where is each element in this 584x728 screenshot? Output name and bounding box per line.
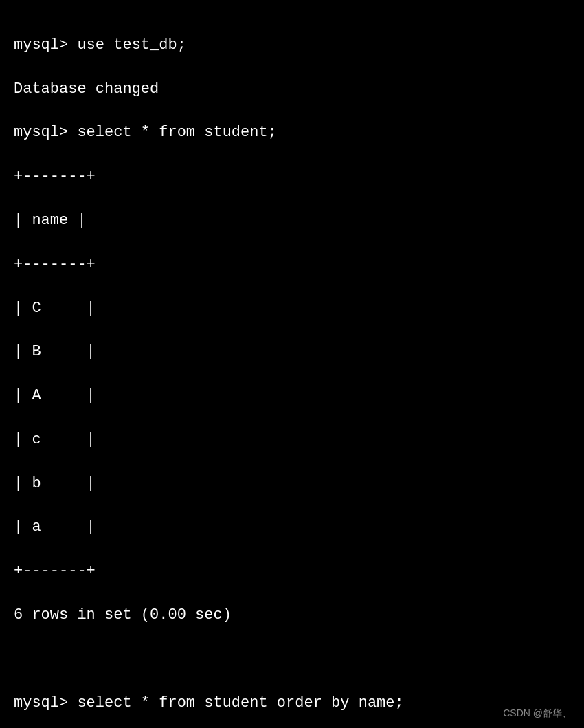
line-2: Database changed: [14, 80, 159, 98]
line-13: +-------+: [14, 562, 96, 580]
line-6: +-------+: [14, 256, 96, 273]
line-1: mysql> use test_db;: [14, 36, 186, 54]
line-8: | B |: [14, 343, 96, 360]
line-5: | name |: [14, 212, 87, 229]
line-4: +-------+: [14, 168, 96, 185]
line-16: mysql> select * from student order by na…: [14, 694, 404, 712]
line-14: 6 rows in set (0.00 sec): [14, 606, 232, 624]
terminal-output: mysql> use test_db; Database changed mys…: [14, 12, 570, 728]
line-12: | a |: [14, 518, 96, 536]
line-9: | A |: [14, 387, 96, 404]
line-7: | C |: [14, 300, 96, 317]
line-10: | c |: [14, 431, 96, 448]
line-3: mysql> select * from student;: [14, 124, 277, 141]
watermark: CSDN @舒华、: [503, 706, 572, 720]
line-11: | b |: [14, 475, 96, 492]
